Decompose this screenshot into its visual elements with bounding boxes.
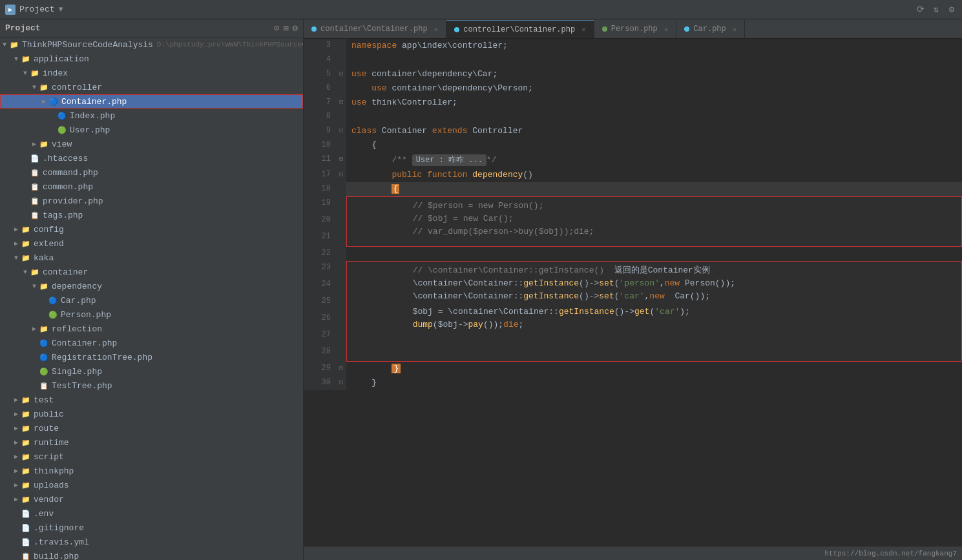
controller-folder-icon: 📁 bbox=[39, 82, 49, 92]
sidebar-item-test-tree-php[interactable]: 📋 TestTree.php bbox=[0, 379, 303, 393]
sidebar-item-common-php[interactable]: 📋 common.php bbox=[0, 180, 303, 194]
test-tree-label: TestTree.php bbox=[52, 381, 112, 391]
tab-dot-car bbox=[684, 26, 689, 32]
tab-controller-container[interactable]: controller\Container.php ✕ bbox=[446, 20, 594, 38]
sidebar-item-public[interactable]: ▶ 📁 public bbox=[0, 407, 303, 421]
sidebar-item-controller[interactable]: ▼ 📁 controller bbox=[0, 80, 303, 94]
fold-17: ⊟ bbox=[336, 168, 346, 182]
line-num-6: 6 bbox=[304, 81, 336, 96]
sidebar-item-build-php[interactable]: 📋 build.php bbox=[0, 549, 303, 560]
sidebar-item-kaka-container-php[interactable]: 🔵 Container.php bbox=[0, 336, 303, 350]
code-text-27: $obj = \container\Container::getInstance… bbox=[352, 306, 956, 318]
env-label: .env bbox=[34, 509, 54, 519]
application-folder-icon: 📁 bbox=[21, 54, 31, 64]
tab-person[interactable]: Person.php ✕ bbox=[594, 20, 677, 38]
tab-car[interactable]: Car.php ✕ bbox=[676, 20, 745, 38]
sidebar-item-env[interactable]: 📄 .env bbox=[0, 506, 303, 521]
sidebar-item-reflection[interactable]: ▶ 📁 reflection bbox=[0, 322, 303, 336]
sidebar-item-car-php[interactable]: 🔵 Car.php bbox=[0, 293, 303, 307]
tab-close-container-container[interactable]: ✕ bbox=[434, 25, 439, 34]
dependency-label: dependency bbox=[52, 282, 102, 291]
code-text-5: use container\dependency\Car; bbox=[346, 67, 962, 81]
sidebar-item-gitignore[interactable]: 📄 .gitignore bbox=[0, 521, 303, 535]
runtime-folder-icon: 📁 bbox=[21, 437, 31, 448]
tab-close-person[interactable]: ✕ bbox=[664, 25, 669, 34]
common-label: common.php bbox=[43, 182, 93, 192]
sidebar-item-provider-php[interactable]: 📋 provider.php bbox=[0, 194, 303, 208]
fold-27 bbox=[336, 328, 346, 345]
sidebar-item-application[interactable]: ▼ 📁 application bbox=[0, 52, 303, 66]
fold-4 bbox=[336, 53, 346, 67]
user-php-icon: 🟢 bbox=[57, 125, 67, 135]
line-nums-gutter-2: 23 24 25 26 bbox=[304, 261, 346, 362]
sidebar-settings-icon[interactable]: ⚙ bbox=[293, 23, 298, 34]
sidebar-item-uploads[interactable]: ▶ 📁 uploads bbox=[0, 478, 303, 492]
code-text-29: } bbox=[346, 362, 962, 376]
sidebar-item-root[interactable]: ▼ 📁 ThinkPHPSourceCodeAnalysis D:\phpstu… bbox=[0, 37, 303, 52]
code-line-4: 4 bbox=[304, 53, 962, 67]
red-box-line-nums-2: 23 24 25 26 bbox=[304, 261, 962, 362]
sidebar-item-test[interactable]: ▶ 📁 test bbox=[0, 393, 303, 407]
main-area: Project ⊙ ⊞ ⚙ ▼ 📁 ThinkPHPSourceCodeAnal… bbox=[0, 19, 962, 560]
sidebar-item-tags-php[interactable]: 📋 tags.php bbox=[0, 208, 303, 222]
code-line-11: 11 ⊞ /** User : 咋咋 ...*/ bbox=[304, 152, 962, 168]
title-bar-dropdown[interactable]: ▼ bbox=[59, 5, 63, 14]
sidebar-item-script[interactable]: ▶ 📁 script bbox=[0, 450, 303, 464]
status-bar-url[interactable]: https://blog.csdn.net/fangkang7 bbox=[824, 550, 957, 557]
uploads-label: uploads bbox=[34, 481, 69, 490]
code-line-6: 6 use container\dependency\Person; bbox=[304, 81, 962, 96]
line-num-17: 17 bbox=[304, 168, 336, 182]
sidebar-item-htaccess[interactable]: 📄 .htaccess bbox=[0, 151, 303, 165]
tab-close-controller-container[interactable]: ✕ bbox=[581, 25, 586, 34]
sidebar-item-registration-tree[interactable]: 🔵 RegistrationTree.php bbox=[0, 350, 303, 364]
editor-area[interactable]: 3 namespace app\index\controller; 4 5 ⊟ … bbox=[304, 39, 962, 546]
dependency-arrow: ▼ bbox=[30, 282, 39, 291]
sidebar-item-vendor[interactable]: ▶ 📁 vendor bbox=[0, 492, 303, 506]
code-text-19: // $person = new Person(); bbox=[352, 200, 956, 213]
sidebar-expand-icon[interactable]: ⊞ bbox=[283, 23, 288, 34]
project-folder-icon: 📁 bbox=[9, 39, 19, 50]
sidebar-item-single-php[interactable]: 🟢 Single.php bbox=[0, 364, 303, 379]
fold-11[interactable]: ⊞ bbox=[336, 152, 346, 168]
sidebar-item-container-php[interactable]: ▶ 🔵 Container.php bbox=[0, 94, 303, 109]
line-num-5: 5 bbox=[304, 67, 336, 81]
single-php-label: Single.php bbox=[52, 367, 102, 377]
line-num-29: 29 bbox=[304, 362, 336, 376]
reflection-label: reflection bbox=[52, 324, 102, 334]
tab-close-car[interactable]: ✕ bbox=[733, 25, 737, 34]
sidebar-scroll-icon[interactable]: ⊙ bbox=[274, 23, 279, 34]
sidebar-item-user-php[interactable]: 🟢 User.php bbox=[0, 123, 303, 137]
fold-24 bbox=[336, 278, 346, 295]
sidebar-item-view[interactable]: ▶ 📁 view bbox=[0, 137, 303, 151]
sync-icon[interactable]: ⟳ bbox=[915, 5, 926, 15]
sidebar-item-index[interactable]: ▼ 📁 index bbox=[0, 66, 303, 80]
ln-23: 23 bbox=[304, 261, 336, 278]
line-num-4: 4 bbox=[304, 53, 336, 67]
sidebar-item-runtime[interactable]: ▶ 📁 runtime bbox=[0, 435, 303, 450]
sidebar-item-person-php[interactable]: 🟢 Person.php bbox=[0, 307, 303, 322]
sidebar-item-dependency[interactable]: ▼ 📁 dependency bbox=[0, 279, 303, 293]
sidebar-item-extend[interactable]: ▶ 📁 extend bbox=[0, 236, 303, 251]
sidebar-item-route[interactable]: ▶ 📁 route bbox=[0, 421, 303, 435]
sidebar-item-command-php[interactable]: 📋 command.php bbox=[0, 165, 303, 180]
settings-icon2[interactable]: ⇅ bbox=[931, 5, 941, 15]
red-box-section-1: 19 20 21 bbox=[304, 196, 962, 247]
sidebar-item-index-php[interactable]: 🔵 Index.php bbox=[0, 109, 303, 123]
code-text-20: // $obj = new Car(); bbox=[352, 213, 956, 225]
sidebar-item-kaka-container[interactable]: ▼ 📁 container bbox=[0, 265, 303, 279]
sidebar-item-thinkphp[interactable]: ▶ 📁 thinkphp bbox=[0, 464, 303, 478]
fold-7: ⊟ bbox=[336, 96, 346, 110]
ln-25-gutter: 25 bbox=[304, 295, 346, 311]
line-num-22: 22 bbox=[304, 247, 336, 261]
view-arrow: ▶ bbox=[30, 140, 39, 149]
sidebar-item-kaka[interactable]: ▼ 📁 kaka bbox=[0, 251, 303, 265]
title-bar-controls: ⟳ ⇅ ⚙ bbox=[915, 5, 957, 15]
vendor-arrow: ▶ bbox=[12, 495, 21, 504]
gear-icon[interactable]: ⚙ bbox=[946, 5, 957, 15]
test-label: test bbox=[34, 395, 54, 405]
line-num-7: 7 bbox=[304, 96, 336, 110]
route-arrow: ▶ bbox=[12, 424, 21, 433]
sidebar-item-travis[interactable]: 📄 .travis.yml bbox=[0, 535, 303, 549]
sidebar-item-config[interactable]: ▶ 📁 config bbox=[0, 222, 303, 236]
tab-container-container[interactable]: container\Container.php ✕ bbox=[304, 20, 446, 38]
